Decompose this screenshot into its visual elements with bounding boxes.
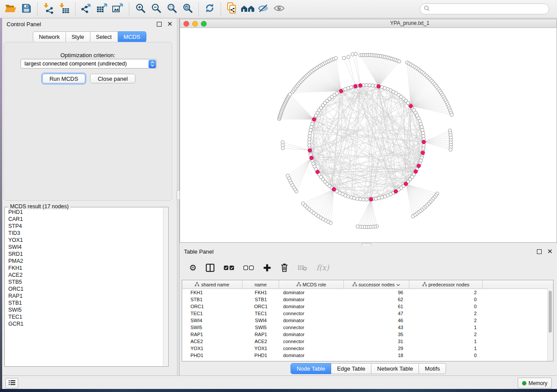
mcds-result-item[interactable]: TID3 xyxy=(5,230,163,237)
table-toolbar: ⚙ f(x) xyxy=(183,259,329,276)
table-row[interactable]: YOX1YOX1connector291 xyxy=(182,345,553,352)
attribute-tree-icon xyxy=(297,282,301,287)
mcds-result-item[interactable]: CAR1 xyxy=(5,216,163,223)
houses-button[interactable] xyxy=(240,1,256,17)
table-row[interactable]: PHD1PHD1dominator180 xyxy=(182,352,553,359)
mcds-result-item[interactable]: SWI4 xyxy=(5,244,163,251)
mcds-result-item[interactable]: STB5 xyxy=(5,279,163,285)
mcds-result-item[interactable]: PHD1 xyxy=(5,209,163,216)
table-cell: YOX1 xyxy=(242,345,279,352)
mcds-result-item[interactable]: YOX1 xyxy=(5,237,163,244)
memory-button[interactable]: Memory xyxy=(518,378,552,389)
table-row[interactable]: TEC1TEC1connector472 xyxy=(182,310,553,317)
toggle-columns-button[interactable] xyxy=(206,264,214,272)
close-panel-button[interactable]: Close panel xyxy=(90,74,135,83)
zoom-in-button[interactable] xyxy=(132,1,148,17)
float-panel-icon[interactable] xyxy=(157,22,162,27)
table-cell: 18 xyxy=(344,352,409,359)
float-panel-icon[interactable] xyxy=(537,249,542,254)
table-cell: FKH1 xyxy=(242,289,279,296)
mcds-result-item[interactable]: FKH1 xyxy=(5,265,163,272)
tab-network[interactable]: Network xyxy=(33,31,66,42)
table-row[interactable]: RAP1RAP1dominator352 xyxy=(182,331,553,338)
memory-label: Memory xyxy=(529,380,547,386)
export-network-button[interactable] xyxy=(79,1,94,17)
mcds-result-item[interactable]: SRD1 xyxy=(5,251,163,258)
search-input[interactable] xyxy=(432,6,545,13)
clone-network-button[interactable] xyxy=(224,1,240,17)
table-scrollbar[interactable] xyxy=(547,289,553,361)
table-tab-node-table[interactable]: Node Table xyxy=(291,363,332,374)
column-header-successor-nodes[interactable]: successor nodes xyxy=(344,280,409,289)
open-file-button[interactable] xyxy=(3,1,18,17)
table-cell: connector xyxy=(279,310,344,317)
column-header-shared-name[interactable]: shared name xyxy=(182,280,242,289)
open-folder-icon xyxy=(4,3,17,15)
table-cell: STB1 xyxy=(182,296,242,303)
table-tab-network-table[interactable]: Network Table xyxy=(371,363,419,374)
table-cell: dominator xyxy=(279,317,344,324)
table-cell: 1 xyxy=(409,345,483,352)
eye-icon xyxy=(273,3,285,15)
delete-table-button-disabled[interactable] xyxy=(298,265,307,271)
tab-select[interactable]: Select xyxy=(90,31,118,42)
table-settings-button[interactable]: ⚙ xyxy=(189,264,197,272)
deselect-all-button[interactable] xyxy=(243,265,254,270)
run-mcds-button[interactable]: Run MCDS xyxy=(42,74,85,83)
table-cell: 96 xyxy=(344,289,409,296)
mcds-result-item[interactable]: GCR1 xyxy=(5,320,163,327)
apply-layout-button[interactable] xyxy=(202,1,218,17)
optimization-criterion-select[interactable]: largest connected component (undirected) xyxy=(21,59,157,69)
table-row[interactable]: SWI5SWI5connector431 xyxy=(182,324,553,331)
search-field[interactable] xyxy=(420,3,549,14)
import-network-button[interactable] xyxy=(41,1,56,17)
mcds-result-item[interactable]: ACE2 xyxy=(5,272,163,279)
table-cell: TEC1 xyxy=(182,310,242,317)
save-session-button[interactable] xyxy=(18,1,34,17)
table-cell: 47 xyxy=(344,310,409,317)
mcds-result-item[interactable]: SWI5 xyxy=(5,306,163,313)
add-column-button[interactable] xyxy=(263,264,271,272)
table-row[interactable]: SWI4SWI4dominator462 xyxy=(182,317,553,324)
column-header-name[interactable]: name xyxy=(242,280,279,289)
export-image-button[interactable] xyxy=(110,1,126,17)
table-row[interactable]: STB1STB1dominator620 xyxy=(182,296,553,303)
column-header-mcds-role[interactable]: MCDS role xyxy=(279,280,344,289)
table-row[interactable]: ORC1ORC1dominator610 xyxy=(182,303,553,310)
table-tab-motifs[interactable]: Motifs xyxy=(419,363,446,374)
close-panel-icon[interactable]: ✕ xyxy=(547,249,553,254)
table-cell: dominator xyxy=(279,352,344,359)
desktop-wallpaper-bottom xyxy=(0,389,557,392)
tab-mcds[interactable]: MCDS xyxy=(118,31,146,42)
table-body: FKH1FKH1dominator962STB1STB1dominator620… xyxy=(182,289,553,359)
export-table-button[interactable] xyxy=(94,1,110,17)
delete-column-button[interactable] xyxy=(280,263,288,272)
birds-eye-view-button[interactable] xyxy=(271,1,287,17)
network-window-titlebar[interactable]: YPA_prune.txt_1 xyxy=(180,19,557,28)
close-panel-icon[interactable]: ✕ xyxy=(167,22,173,26)
select-all-button[interactable] xyxy=(224,265,234,270)
mcds-result-item[interactable]: PMA2 xyxy=(5,258,163,265)
zoom-selected-button[interactable] xyxy=(180,1,195,17)
import-table-button[interactable] xyxy=(56,1,72,17)
tab-style[interactable]: Style xyxy=(66,31,90,42)
table-row[interactable]: FKH1FKH1dominator962 xyxy=(182,289,553,296)
zoom-out-button[interactable] xyxy=(148,1,164,17)
table-row[interactable]: ACE2ACE2connector311 xyxy=(182,338,553,345)
table-cell: RAP1 xyxy=(182,331,242,338)
mcds-result-item[interactable]: TEC1 xyxy=(5,313,163,320)
column-header-predecessor-nodes[interactable]: predecessor nodes xyxy=(409,280,483,289)
function-builder-button-disabled[interactable]: f(x) xyxy=(316,263,329,272)
table-scrollbar-thumb[interactable] xyxy=(549,291,552,333)
mcds-list-scrollbar[interactable] xyxy=(163,208,168,366)
network-canvas[interactable] xyxy=(180,28,557,242)
mcds-result-item[interactable]: STB1 xyxy=(5,299,163,306)
graphics-details-button[interactable] xyxy=(256,1,271,17)
mcds-result-item[interactable]: RAP1 xyxy=(5,292,163,299)
zoom-fit-button[interactable] xyxy=(164,1,180,17)
table-cell: ACE2 xyxy=(182,338,242,345)
mcds-result-item[interactable]: ORC1 xyxy=(5,285,163,292)
table-tab-edge-table[interactable]: Edge Table xyxy=(331,363,371,374)
show-log-button[interactable] xyxy=(5,378,18,389)
mcds-result-item[interactable]: STP4 xyxy=(5,223,163,230)
